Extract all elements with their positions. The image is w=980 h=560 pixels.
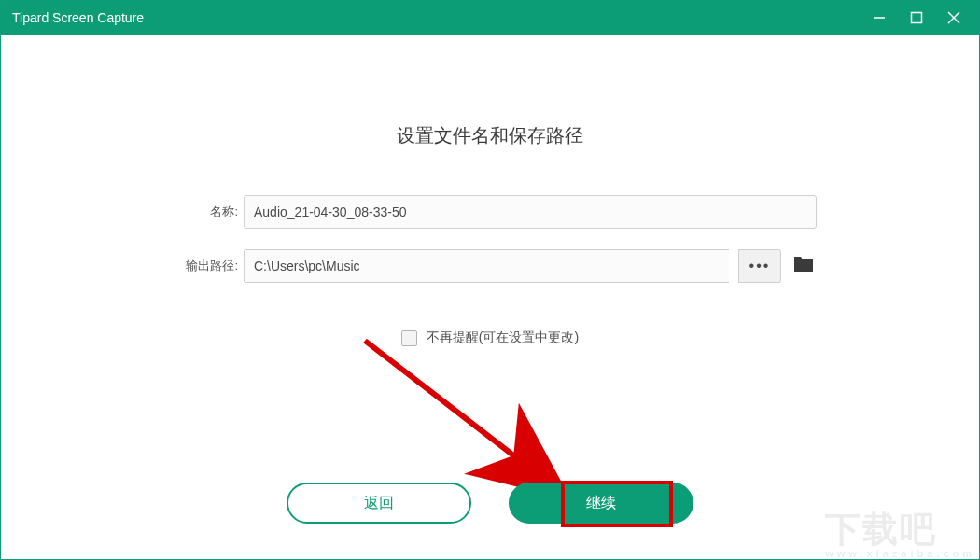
open-folder-button[interactable] [791,253,817,279]
browse-button[interactable]: ••• [738,249,781,283]
window-title: Tipard Screen Capture [12,10,871,25]
svg-line-4 [365,341,553,486]
filename-input[interactable] [244,195,817,229]
output-path-input[interactable] [244,249,729,283]
continue-button[interactable]: 继续 [509,483,693,524]
folder-icon [792,255,815,277]
close-button[interactable] [945,9,962,26]
maximize-button[interactable] [908,9,925,26]
form: 名称: 输出路径: ••• [163,195,817,283]
back-button[interactable]: 返回 [287,483,471,524]
minimize-button[interactable] [871,9,888,26]
dont-remind-row: 不再提醒(可在设置中更改) [1,329,979,346]
annotation-highlight-box [561,481,673,527]
dont-remind-label: 不再提醒(可在设置中更改) [427,329,579,346]
continue-button-label: 继续 [586,494,616,513]
titlebar: Tipard Screen Capture [1,1,979,35]
dont-remind-checkbox[interactable] [401,330,417,346]
dialog-heading: 设置文件名和保存路径 [1,123,979,148]
svg-rect-1 [912,13,922,23]
back-button-label: 返回 [364,494,394,513]
path-label: 输出路径: [163,258,238,274]
name-label: 名称: [163,203,238,220]
watermark: 下载吧 www.xiazaiba.com [825,506,975,559]
